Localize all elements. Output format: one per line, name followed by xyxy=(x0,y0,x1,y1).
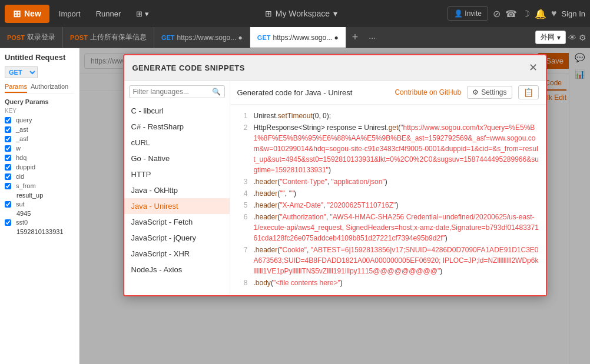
key-header: KEY xyxy=(5,108,16,114)
param-query: query xyxy=(5,116,74,123)
gear-icon[interactable]: ⚙ xyxy=(579,33,586,42)
copy-button[interactable]: 📋 xyxy=(518,85,539,99)
workspace-selector[interactable]: ⊞ My Workspace ▾ xyxy=(265,9,337,18)
code-line-6: 6 .header("Authorization", "AWS4-HMAC-SH… xyxy=(236,212,540,243)
lang-java-okhttp[interactable]: Java - OkHttp xyxy=(124,182,230,198)
code-line-2: 2 HttpResponse<String> response = Unires… xyxy=(236,122,540,175)
modal-overlay: GENERATE CODE SNIPPETS ✕ 🔍 C - libcurl C… xyxy=(79,48,590,364)
param-sut-val: 4945 xyxy=(5,210,74,217)
chevron-down-icon: ▾ xyxy=(333,9,337,18)
center-area: https://www.sogou.com/tx Save ▾ Cookies … xyxy=(79,48,590,364)
tab-2[interactable]: GET https://www.sogo... ● xyxy=(154,27,250,48)
params-list: query _ast _asf w hdq duppid cid s_from … xyxy=(5,116,74,237)
workspace-center: ⊞ My Workspace ▾ xyxy=(158,9,444,18)
tab-3[interactable]: GET https://www.sogo... ● xyxy=(250,27,346,48)
heart-icon[interactable]: ♥ xyxy=(551,8,557,19)
lang-nodejs-axios[interactable]: NodeJs - Axios xyxy=(124,262,230,278)
external-badge[interactable]: 外网 ▾ xyxy=(535,31,566,44)
code-line-3: 3 .header("Content-Type", "application/j… xyxy=(236,176,540,187)
language-search: 🔍 xyxy=(129,85,225,98)
code-line-1: 1 Unirest.setTimeout(0, 0); xyxy=(236,111,540,121)
param-sst0: sst0 xyxy=(5,219,74,226)
tab-icon-group: 👁 ⚙ xyxy=(568,33,590,42)
new-button[interactable]: ⊞ New xyxy=(5,5,49,23)
external-label: 外网 xyxy=(541,32,555,42)
search-icon[interactable]: ⊘ xyxy=(493,8,500,19)
modal-close-button[interactable]: ✕ xyxy=(529,61,538,74)
param-sut: sut xyxy=(5,201,74,208)
tab-bar: POST 双录登录 POST 上传所有保单信息 GET https://www.… xyxy=(0,27,590,48)
signin-button[interactable]: Sign In xyxy=(562,9,585,18)
code-area[interactable]: 1 Unirest.setTimeout(0, 0); 2 HttpRespon… xyxy=(230,105,546,295)
main-area: Untitled Request GETPOSTPUT Params Autho… xyxy=(0,48,590,364)
language-search-input[interactable] xyxy=(133,88,210,96)
gear-icon: ⚙ xyxy=(472,88,479,96)
key-val-headers: KEY xyxy=(5,108,74,114)
left-sidebar: Untitled Request GETPOSTPUT Params Autho… xyxy=(0,48,79,364)
language-panel: 🔍 C - libcurl C# - RestSharp cURL Go - N… xyxy=(124,81,230,295)
modal-body: 🔍 C - libcurl C# - RestSharp cURL Go - N… xyxy=(124,81,546,295)
plus-icon: ⊞ xyxy=(13,8,21,19)
param-sst0-val: 1592810133931 xyxy=(5,228,74,235)
code-toolbar-title: Generated code for Java - Unirest xyxy=(237,88,353,97)
code-line-4: 4 .header("", "") xyxy=(236,188,540,199)
param-w: w xyxy=(5,145,74,152)
import-button[interactable]: Import xyxy=(53,6,87,22)
param-sfrom-val: result_up xyxy=(5,192,74,199)
param-sfrom: s_from xyxy=(5,182,74,189)
code-line-7: 7 .header("Cookie", "ABTEST=6|1592813856… xyxy=(236,245,540,276)
lang-go-native[interactable]: Go - Native xyxy=(124,151,230,166)
contribute-link[interactable]: Contribute on GitHub xyxy=(395,88,461,96)
add-tab-button[interactable]: + xyxy=(346,27,364,48)
sync-icon[interactable]: ☎ xyxy=(505,8,517,19)
request-title: Untitled Request xyxy=(5,53,74,62)
modal-header: GENERATE CODE SNIPPETS ✕ xyxy=(124,55,546,81)
sub-tabs: Params Authorization xyxy=(5,83,74,93)
person-icon: 👤 xyxy=(454,9,463,18)
param-duppid: duppid xyxy=(5,163,74,171)
param-hdq: hdq xyxy=(5,154,74,161)
layout-button[interactable]: ⊞ ▾ xyxy=(130,6,155,22)
lang-js-xhr[interactable]: JavaScript - XHR xyxy=(124,246,230,262)
param-ast: _ast xyxy=(5,126,74,133)
lang-java-unirest[interactable]: Java - Unirest xyxy=(124,198,230,214)
workspace-grid-icon: ⊞ xyxy=(265,9,272,18)
tab-1[interactable]: POST 上传所有保单信息 xyxy=(63,27,154,48)
runner-button[interactable]: Runner xyxy=(90,6,127,22)
code-snippets-modal: GENERATE CODE SNIPPETS ✕ 🔍 C - libcurl C… xyxy=(123,54,547,296)
lang-curl[interactable]: cURL xyxy=(124,135,230,151)
search-icon: 🔍 xyxy=(212,88,221,96)
method-dropdown[interactable]: GETPOSTPUT xyxy=(5,66,38,78)
code-panel: Generated code for Java - Unirest Contri… xyxy=(230,81,546,295)
code-line-8: 8 .body("<file contents here>") xyxy=(236,278,540,288)
chevron-down-icon: ▾ xyxy=(557,34,561,42)
method-row: GETPOSTPUT xyxy=(5,66,74,78)
lang-http[interactable]: HTTP xyxy=(124,166,230,182)
modal-title: GENERATE CODE SNIPPETS xyxy=(132,64,245,72)
query-params-title: Query Params xyxy=(5,98,74,105)
topnav: ⊞ New Import Runner ⊞ ▾ ⊞ My Workspace ▾… xyxy=(0,0,590,27)
bell-icon[interactable]: 🔔 xyxy=(535,8,546,19)
settings-button[interactable]: ⚙ Settings xyxy=(467,86,512,99)
auth-tab[interactable]: Authorization xyxy=(31,83,68,93)
invite-button[interactable]: 👤 Invite xyxy=(448,6,488,21)
tab-0[interactable]: POST 双录登录 xyxy=(0,27,63,48)
topnav-right: 👤 Invite ⊘ ☎ ☽ 🔔 ♥ Sign In xyxy=(448,6,585,21)
satellite-icon[interactable]: ☽ xyxy=(522,8,530,19)
more-tabs-button[interactable]: ··· xyxy=(364,27,380,48)
param-cid: cid xyxy=(5,173,74,180)
lang-js-jquery[interactable]: JavaScript - jQuery xyxy=(124,230,230,246)
params-tab[interactable]: Params xyxy=(5,83,27,93)
lang-c-libcurl[interactable]: C - libcurl xyxy=(124,103,230,119)
code-toolbar: Generated code for Java - Unirest Contri… xyxy=(230,81,546,105)
lang-js-fetch[interactable]: JavaScript - Fetch xyxy=(124,214,230,230)
param-asf: _asf xyxy=(5,135,74,142)
eye-icon[interactable]: 👁 xyxy=(568,33,576,42)
code-line-5: 5 .header("X-Amz-Date", "20200625T110716… xyxy=(236,200,540,211)
lang-cs-restsharp[interactable]: C# - RestSharp xyxy=(124,119,230,135)
